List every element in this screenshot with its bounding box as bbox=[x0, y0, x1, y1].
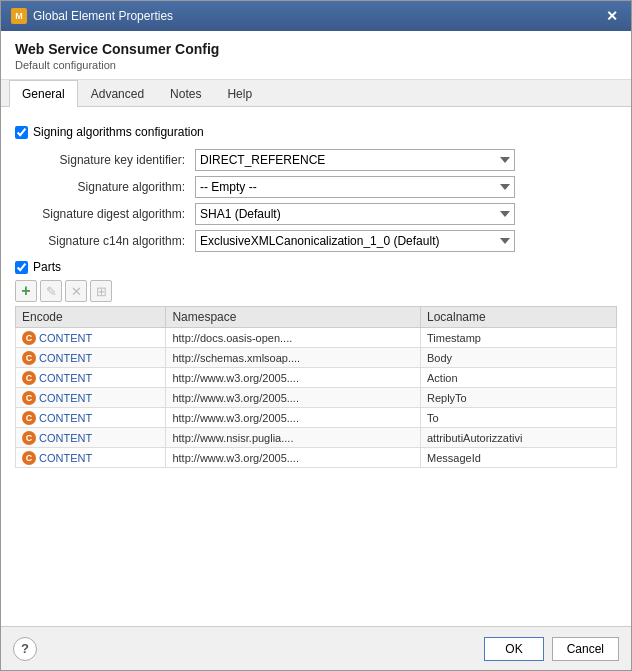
dialog: M Global Element Properties ✕ Web Servic… bbox=[0, 0, 632, 671]
localname-text: Action bbox=[427, 372, 458, 384]
parts-checkbox-row: Parts bbox=[15, 260, 617, 274]
namespace-cell: http://www.w3.org/2005.... bbox=[166, 388, 421, 408]
localname-text: To bbox=[427, 412, 439, 424]
title-bar: M Global Element Properties ✕ bbox=[1, 1, 631, 31]
localname-cell: ReplyTo bbox=[421, 388, 617, 408]
action-buttons: OK Cancel bbox=[484, 637, 619, 661]
close-button[interactable]: ✕ bbox=[603, 7, 621, 25]
namespace-text: http://www.w3.org/2005.... bbox=[172, 412, 299, 424]
content-icon: C bbox=[22, 431, 36, 445]
table-row[interactable]: CCONTENThttp://schemas.xmlsoap....Body bbox=[16, 348, 617, 368]
namespace-cell: http://www.nsisr.puglia.... bbox=[166, 428, 421, 448]
table-row[interactable]: CCONTENThttp://www.w3.org/2005....Messag… bbox=[16, 448, 617, 468]
namespace-text: http://docs.oasis-open.... bbox=[172, 332, 292, 344]
content-area: Signing algorithms configuration Signatu… bbox=[1, 107, 631, 626]
tab-help[interactable]: Help bbox=[214, 80, 265, 107]
localname-cell: Body bbox=[421, 348, 617, 368]
col-encode: Encode bbox=[16, 307, 166, 328]
encode-cell: CCONTENT bbox=[16, 408, 166, 428]
signature-algorithm-label: Signature algorithm: bbox=[35, 180, 195, 194]
namespace-cell: http://schemas.xmlsoap.... bbox=[166, 348, 421, 368]
signature-algorithm-select[interactable]: -- Empty -- bbox=[195, 176, 515, 198]
bottom-bar: ? OK Cancel bbox=[1, 626, 631, 670]
content-icon: C bbox=[22, 331, 36, 345]
cancel-button[interactable]: Cancel bbox=[552, 637, 619, 661]
parts-checkbox[interactable] bbox=[15, 261, 28, 274]
localname-cell: Action bbox=[421, 368, 617, 388]
localname-text: Body bbox=[427, 352, 452, 364]
title-bar-left: M Global Element Properties bbox=[11, 8, 173, 24]
digest-algorithm-select[interactable]: SHA1 (Default) bbox=[195, 203, 515, 225]
content-label: CONTENT bbox=[39, 452, 92, 464]
namespace-cell: http://www.w3.org/2005.... bbox=[166, 368, 421, 388]
add-row-button[interactable]: + bbox=[15, 280, 37, 302]
table-row[interactable]: CCONTENThttp://docs.oasis-open....Timest… bbox=[16, 328, 617, 348]
key-identifier-select[interactable]: DIRECT_REFERENCE bbox=[195, 149, 515, 171]
localname-cell: Timestamp bbox=[421, 328, 617, 348]
tab-advanced[interactable]: Advanced bbox=[78, 80, 157, 107]
content-label: CONTENT bbox=[39, 332, 92, 344]
content-label: CONTENT bbox=[39, 412, 92, 424]
signing-checkbox-row: Signing algorithms configuration bbox=[15, 125, 617, 139]
parts-label[interactable]: Parts bbox=[33, 260, 61, 274]
localname-cell: MessageId bbox=[421, 448, 617, 468]
table-row[interactable]: CCONTENThttp://www.w3.org/2005....ReplyT… bbox=[16, 388, 617, 408]
encode-cell: CCONTENT bbox=[16, 448, 166, 468]
help-button[interactable]: ? bbox=[13, 637, 37, 661]
localname-text: ReplyTo bbox=[427, 392, 467, 404]
localname-cell: To bbox=[421, 408, 617, 428]
content-label: CONTENT bbox=[39, 372, 92, 384]
namespace-cell: http://www.w3.org/2005.... bbox=[166, 408, 421, 428]
encode-cell: CCONTENT bbox=[16, 388, 166, 408]
tab-notes[interactable]: Notes bbox=[157, 80, 214, 107]
dialog-title: Global Element Properties bbox=[33, 9, 173, 23]
namespace-text: http://www.w3.org/2005.... bbox=[172, 452, 299, 464]
signing-checkbox[interactable] bbox=[15, 126, 28, 139]
localname-cell: attributiAutorizzativi bbox=[421, 428, 617, 448]
content-label: CONTENT bbox=[39, 432, 92, 444]
config-title: Web Service Consumer Config bbox=[15, 41, 617, 57]
table-row[interactable]: CCONTENThttp://www.w3.org/2005....To bbox=[16, 408, 617, 428]
table-toolbar: + ✎ ✕ ⊞ bbox=[15, 280, 617, 302]
encode-cell: CCONTENT bbox=[16, 428, 166, 448]
edit-row-button[interactable]: ✎ bbox=[40, 280, 62, 302]
parts-table: Encode Namespace Localname CCONTENThttp:… bbox=[15, 306, 617, 468]
app-icon: M bbox=[11, 8, 27, 24]
key-identifier-row: Signature key identifier: DIRECT_REFEREN… bbox=[15, 149, 617, 171]
digest-algorithm-label: Signature digest algorithm: bbox=[35, 207, 195, 221]
namespace-text: http://www.w3.org/2005.... bbox=[172, 372, 299, 384]
namespace-cell: http://www.w3.org/2005.... bbox=[166, 448, 421, 468]
namespace-text: http://www.nsisr.puglia.... bbox=[172, 432, 293, 444]
tab-general[interactable]: General bbox=[9, 80, 78, 107]
signing-checkbox-label[interactable]: Signing algorithms configuration bbox=[33, 125, 204, 139]
tab-bar: General Advanced Notes Help bbox=[1, 80, 631, 107]
encode-cell: CCONTENT bbox=[16, 348, 166, 368]
namespace-text: http://www.w3.org/2005.... bbox=[172, 392, 299, 404]
key-identifier-label: Signature key identifier: bbox=[35, 153, 195, 167]
digest-algorithm-row: Signature digest algorithm: SHA1 (Defaul… bbox=[15, 203, 617, 225]
content-icon: C bbox=[22, 451, 36, 465]
content-label: CONTENT bbox=[39, 392, 92, 404]
config-subtitle: Default configuration bbox=[15, 59, 617, 71]
content-label: CONTENT bbox=[39, 352, 92, 364]
localname-text: Timestamp bbox=[427, 332, 481, 344]
table-row[interactable]: CCONTENThttp://www.nsisr.puglia....attri… bbox=[16, 428, 617, 448]
c14n-algorithm-label: Signature c14n algorithm: bbox=[35, 234, 195, 248]
copy-row-button[interactable]: ⊞ bbox=[90, 280, 112, 302]
localname-text: attributiAutorizzativi bbox=[427, 432, 522, 444]
col-namespace: Namespace bbox=[166, 307, 421, 328]
encode-cell: CCONTENT bbox=[16, 328, 166, 348]
c14n-algorithm-select[interactable]: ExclusiveXMLCanonicalization_1_0 (Defaul… bbox=[195, 230, 515, 252]
content-icon: C bbox=[22, 371, 36, 385]
ok-button[interactable]: OK bbox=[484, 637, 543, 661]
content-icon: C bbox=[22, 351, 36, 365]
localname-text: MessageId bbox=[427, 452, 481, 464]
namespace-cell: http://docs.oasis-open.... bbox=[166, 328, 421, 348]
c14n-algorithm-row: Signature c14n algorithm: ExclusiveXMLCa… bbox=[15, 230, 617, 252]
content-icon: C bbox=[22, 411, 36, 425]
delete-row-button[interactable]: ✕ bbox=[65, 280, 87, 302]
namespace-text: http://schemas.xmlsoap.... bbox=[172, 352, 300, 364]
col-localname: Localname bbox=[421, 307, 617, 328]
table-row[interactable]: CCONTENThttp://www.w3.org/2005....Action bbox=[16, 368, 617, 388]
encode-cell: CCONTENT bbox=[16, 368, 166, 388]
